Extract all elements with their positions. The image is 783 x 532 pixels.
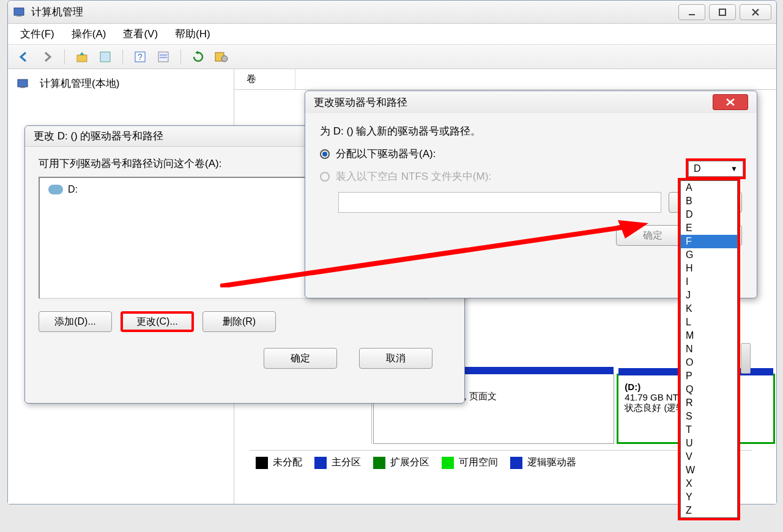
- dropdown-item-A[interactable]: A: [681, 181, 737, 194]
- dropdown-item-V[interactable]: V: [681, 450, 737, 464]
- tree-root[interactable]: 计算机管理(本地): [17, 74, 225, 93]
- selected-letter: D: [694, 163, 701, 174]
- dropdown-item-G[interactable]: G: [681, 248, 737, 262]
- close-button[interactable]: [740, 4, 771, 20]
- drive-letter-dropdown[interactable]: ABDEFGHIJKLMNOPQRSTUVWXYZ: [680, 180, 738, 518]
- svg-rect-2: [689, 14, 695, 15]
- dropdown-item-E[interactable]: E: [681, 221, 737, 235]
- dropdown-item-R[interactable]: R: [681, 396, 737, 410]
- swatch-unalloc: [256, 457, 268, 469]
- dropdown-item-J[interactable]: J: [681, 289, 737, 302]
- radio-assign[interactable]: [320, 149, 330, 159]
- menubar: 文件(F) 操作(A) 查看(V) 帮助(H): [8, 24, 776, 45]
- svg-rect-3: [719, 9, 725, 15]
- svg-point-12: [221, 56, 228, 62]
- help-icon: ?: [133, 50, 147, 64]
- svg-rect-14: [20, 87, 25, 88]
- close-icon: [750, 7, 761, 18]
- menu-view[interactable]: 查看(V): [123, 27, 158, 41]
- dropdown-item-Z[interactable]: Z: [681, 504, 737, 517]
- change-button[interactable]: 更改(C)...: [121, 311, 194, 332]
- col-volume[interactable]: 卷: [240, 69, 295, 89]
- dialog2-prompt: 为 D: () 输入新的驱动器号或路径。: [320, 124, 742, 138]
- mount-folder-option[interactable]: 装入以下空白 NTFS 文件夹中(M):: [320, 169, 742, 183]
- list-button[interactable]: [155, 48, 172, 65]
- svg-rect-5: [100, 52, 110, 62]
- maximize-icon: [718, 7, 727, 17]
- list-header: 卷: [234, 69, 776, 90]
- dialog2-close-button[interactable]: [713, 94, 748, 110]
- dropdown-item-T[interactable]: T: [681, 423, 737, 437]
- drive-icon: [48, 185, 63, 194]
- menu-file[interactable]: 文件(F): [20, 27, 54, 41]
- radio-mount[interactable]: [320, 172, 330, 182]
- svg-rect-8: [158, 52, 168, 62]
- dialog2-titlebar: 更改驱动器号和路径: [305, 91, 757, 113]
- dialog2-title: 更改驱动器号和路径: [314, 95, 407, 109]
- dropdown-item-O[interactable]: O: [681, 356, 737, 369]
- dropdown-item-X[interactable]: X: [681, 477, 737, 490]
- properties-button[interactable]: [97, 48, 114, 65]
- svg-text:?: ?: [138, 52, 143, 62]
- swatch-extended: [373, 457, 385, 469]
- dropdown-item-H[interactable]: H: [681, 262, 737, 275]
- menu-help[interactable]: 帮助(H): [175, 27, 210, 41]
- dropdown-item-Y[interactable]: Y: [681, 490, 737, 504]
- help-button[interactable]: ?: [132, 48, 149, 65]
- dropdown-item-K[interactable]: K: [681, 302, 737, 316]
- dropdown-item-M[interactable]: M: [681, 329, 737, 342]
- folder-path-input: [338, 192, 661, 213]
- legend: 未分配 主分区 扩展分区 可用空间 逻辑驱动器: [250, 450, 752, 471]
- legend-unalloc: 未分配: [273, 456, 302, 469]
- dropdown-item-S[interactable]: S: [681, 410, 737, 423]
- add-button[interactable]: 添加(D)...: [39, 311, 112, 332]
- window-controls: [678, 4, 771, 20]
- dropdown-item-F[interactable]: F: [681, 235, 737, 248]
- dropdown-item-U[interactable]: U: [681, 437, 737, 450]
- dropdown-item-W[interactable]: W: [681, 464, 737, 477]
- dropdown-item-D[interactable]: D: [681, 208, 737, 221]
- forward-button[interactable]: [39, 48, 56, 65]
- refresh-button[interactable]: [190, 48, 207, 65]
- legend-primary: 主分区: [332, 456, 361, 469]
- menu-action[interactable]: 操作(A): [72, 27, 106, 41]
- dropdown-item-B[interactable]: B: [681, 194, 737, 208]
- maximize-button[interactable]: [709, 4, 736, 20]
- mount-folder-label: 装入以下空白 NTFS 文件夹中(M):: [336, 169, 491, 183]
- settings-button[interactable]: [213, 48, 230, 65]
- dropdown-item-N[interactable]: N: [681, 342, 737, 356]
- forward-icon: [40, 50, 54, 64]
- list-icon: [157, 50, 170, 64]
- tree-root-label: 计算机管理(本地): [40, 76, 119, 91]
- remove-button[interactable]: 删除(R): [202, 311, 276, 332]
- scrollbar-thumb[interactable]: [741, 343, 751, 374]
- dialog2-ok-button[interactable]: 确定: [616, 225, 689, 246]
- minimize-button[interactable]: [678, 4, 705, 20]
- back-icon: [17, 50, 31, 64]
- window-title: 计算机管理: [31, 5, 83, 19]
- assign-letter-option[interactable]: 分配以下驱动器号(A):: [320, 147, 742, 161]
- chevron-down-icon: ▼: [730, 164, 738, 173]
- titlebar: 计算机管理: [8, 1, 776, 24]
- folder-up-icon: [75, 50, 89, 64]
- dropdown-item-I[interactable]: I: [681, 275, 737, 289]
- legend-free: 可用空间: [459, 456, 498, 469]
- dropdown-item-P[interactable]: P: [681, 369, 737, 383]
- computer-icon: [17, 78, 29, 90]
- ok-button[interactable]: 确定: [264, 348, 337, 369]
- dropdown-item-Q[interactable]: Q: [681, 383, 737, 396]
- close-icon: [725, 98, 736, 106]
- up-button[interactable]: [73, 48, 91, 65]
- minimize-icon: [687, 7, 697, 17]
- svg-rect-4: [77, 55, 87, 62]
- swatch-free: [442, 457, 454, 469]
- drive-letter-select[interactable]: D ▼: [688, 161, 743, 177]
- dropdown-item-L[interactable]: L: [681, 316, 737, 329]
- swatch-logical: [510, 457, 522, 469]
- back-button[interactable]: [15, 48, 32, 65]
- swatch-primary: [314, 457, 327, 469]
- svg-rect-13: [18, 79, 28, 87]
- legend-logical: 逻辑驱动器: [527, 456, 576, 469]
- cancel-button[interactable]: 取消: [359, 348, 432, 369]
- drive-letter-label: D:: [68, 184, 78, 195]
